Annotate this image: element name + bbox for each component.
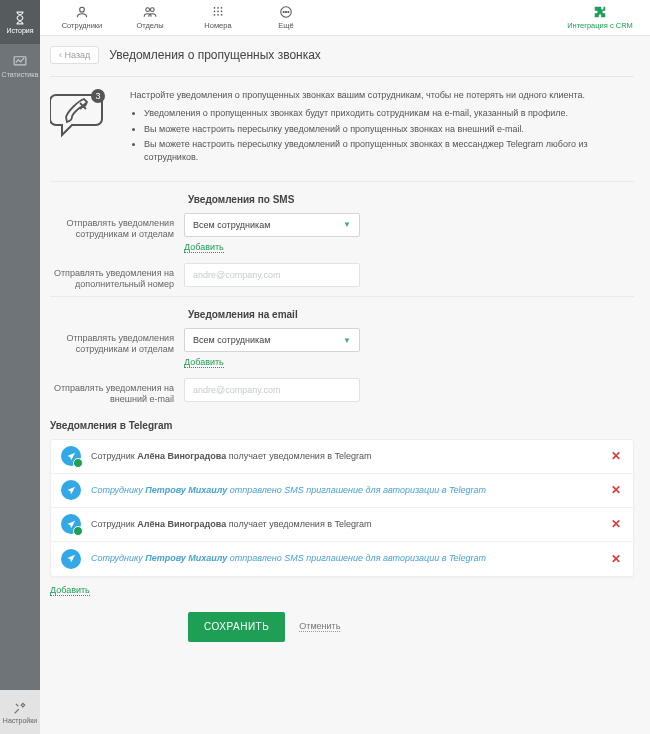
sms-recipients-select[interactable]: Всем сотрудникам ▼ <box>184 213 360 237</box>
chart-icon <box>13 55 27 69</box>
tab-employees[interactable]: Сотрудники <box>48 0 116 35</box>
left-rail: История Статистика Настройки <box>0 0 40 734</box>
sms-heading: Уведомления по SMS <box>188 194 634 205</box>
intro-bullet-3: Вы можете настроить пересылку уведомлени… <box>144 138 634 163</box>
sms-add-link[interactable]: Добавить <box>184 242 224 253</box>
intro-lead: Настройте уведомления о пропущенных звон… <box>130 89 634 101</box>
svg-point-10 <box>214 14 216 16</box>
dialpad-icon <box>210 5 226 19</box>
delete-button[interactable]: ✕ <box>609 449 623 463</box>
rail-settings-label: Настройки <box>3 717 37 724</box>
email-block: Уведомления на email Отправлять уведомле… <box>50 296 634 406</box>
tools-icon <box>13 701 27 715</box>
svg-point-8 <box>217 11 219 13</box>
rail-settings[interactable]: Настройки <box>0 690 40 734</box>
svg-point-15 <box>285 11 286 12</box>
telegram-row-text: Сотруднику Петрову Михаилу отправлено SM… <box>91 485 599 496</box>
tab-departments[interactable]: Отделы <box>116 0 184 35</box>
telegram-icon <box>61 480 81 500</box>
tab-more[interactable]: Ещё <box>252 0 320 35</box>
delete-button[interactable]: ✕ <box>609 483 623 497</box>
telegram-heading: Уведомления в Telegram <box>50 420 634 431</box>
svg-point-16 <box>288 11 289 12</box>
sms-label-1: Отправлять уведомления сотрудникам и отд… <box>50 213 184 241</box>
telegram-row-text: Сотруднику Петрову Михаилу отправлено SM… <box>91 553 599 564</box>
email-external-input[interactable] <box>184 378 360 402</box>
tab-departments-label: Отделы <box>136 21 163 30</box>
chevron-down-icon: ▼ <box>343 220 351 229</box>
delete-button[interactable]: ✕ <box>609 552 623 566</box>
save-button[interactable]: СОХРАНИТЬ <box>188 612 285 642</box>
hourglass-icon <box>13 11 27 25</box>
svg-point-7 <box>214 11 216 13</box>
email-heading: Уведомления на email <box>188 309 634 320</box>
more-icon <box>278 5 294 19</box>
intro-bullet-2: Вы можете настроить пересылку уведомлени… <box>144 123 634 136</box>
telegram-add-link[interactable]: Добавить <box>50 585 90 596</box>
missed-call-illustration: 3 <box>50 89 110 139</box>
content: ‹ Назад Уведомления о пропущенных звонка… <box>40 36 650 734</box>
svg-point-6 <box>221 7 223 9</box>
back-button[interactable]: ‹ Назад <box>50 46 99 64</box>
rail-stats[interactable]: Статистика <box>0 44 40 88</box>
puzzle-icon <box>592 5 608 19</box>
person-icon <box>73 5 91 19</box>
svg-point-1 <box>80 7 85 12</box>
cancel-link[interactable]: Отменить <box>299 621 340 632</box>
telegram-icon <box>61 446 81 466</box>
tab-employees-label: Сотрудники <box>62 21 103 30</box>
rail-history-label: История <box>6 27 33 34</box>
svg-point-9 <box>221 11 223 13</box>
tab-crm-label: Интеграция с CRM <box>567 21 633 30</box>
rail-history[interactable]: История <box>0 0 40 44</box>
delete-button[interactable]: ✕ <box>609 517 623 531</box>
telegram-block: Уведомления в Telegram Сотрудник Алёна В… <box>50 420 634 596</box>
svg-point-5 <box>217 7 219 9</box>
intro-bullet-1: Уведомления о пропущенных звонках будут … <box>144 107 634 120</box>
chevron-down-icon: ▼ <box>343 336 351 345</box>
email-label-2: Отправлять уведомления на внешний e-mail <box>50 378 184 406</box>
page-title: Уведомления о пропущенных звонках <box>109 48 321 62</box>
tab-numbers[interactable]: Номера <box>184 0 252 35</box>
tab-crm[interactable]: Интеграция с CRM <box>558 0 642 35</box>
telegram-row-text: Сотрудник Алёна Виноградова получает уве… <box>91 451 599 462</box>
svg-point-14 <box>283 11 284 12</box>
telegram-row-text: Сотрудник Алёна Виноградова получает уве… <box>91 519 599 530</box>
email-recipients-select[interactable]: Всем сотрудникам ▼ <box>184 328 360 352</box>
svg-point-12 <box>221 14 223 16</box>
tab-numbers-label: Номера <box>204 21 231 30</box>
telegram-row: Сотрудник Алёна Виноградова получает уве… <box>51 508 633 542</box>
svg-point-3 <box>150 8 154 12</box>
svg-point-2 <box>146 8 150 12</box>
sms-block: Уведомления по SMS Отправлять уведомлени… <box>50 181 634 291</box>
topbar: Сотрудники Отделы Номера Ещё Интеграция … <box>40 0 650 36</box>
telegram-row: Сотрудник Алёна Виноградова получает уве… <box>51 440 633 474</box>
svg-point-11 <box>217 14 219 16</box>
email-label-1: Отправлять уведомления сотрудникам и отд… <box>50 328 184 356</box>
svg-point-4 <box>214 7 216 9</box>
telegram-row: Сотруднику Петрову Михаилу отправлено SM… <box>51 474 633 508</box>
email-select-value: Всем сотрудникам <box>193 335 270 345</box>
telegram-row: Сотруднику Петрову Михаилу отправлено SM… <box>51 542 633 576</box>
telegram-icon <box>61 514 81 534</box>
back-label: Назад <box>65 50 91 60</box>
sms-select-value: Всем сотрудникам <box>193 220 270 230</box>
tab-more-label: Ещё <box>278 21 293 30</box>
people-icon <box>140 5 160 19</box>
telegram-list: Сотрудник Алёна Виноградова получает уве… <box>50 439 634 577</box>
telegram-icon <box>61 549 81 569</box>
sms-extra-input[interactable] <box>184 263 360 287</box>
sms-label-2: Отправлять уведомления на дополнительный… <box>50 263 184 291</box>
svg-text:3: 3 <box>95 91 100 101</box>
rail-stats-label: Статистика <box>2 71 39 78</box>
email-add-link[interactable]: Добавить <box>184 357 224 368</box>
